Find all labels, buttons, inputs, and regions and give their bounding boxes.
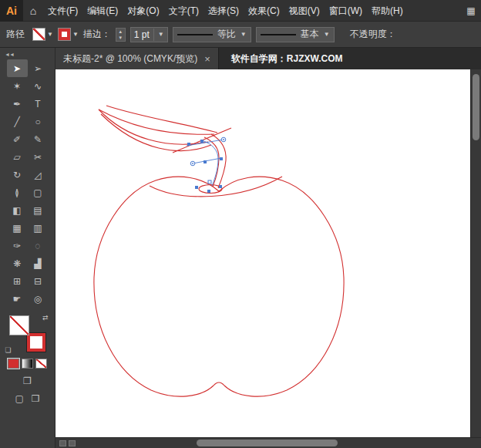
blend-tool[interactable]: ◌ (28, 237, 49, 254)
brush-preview-icon (261, 34, 296, 35)
chevron-down-icon: ▼ (324, 31, 330, 38)
stroke-red-swatch-icon (58, 28, 71, 41)
close-icon[interactable]: × (204, 53, 210, 65)
menu-window[interactable]: 窗口(W) (325, 0, 367, 22)
menu-select[interactable]: 选择(S) (204, 0, 244, 22)
main-menu: 文件(F)编辑(E)对象(O)文字(T)选择(S)效果(C)视图(V)窗口(W)… (43, 0, 408, 22)
rotate-tool[interactable]: ↻ (7, 166, 28, 184)
panel-icon[interactable]: ❒ (32, 393, 40, 404)
illustrator-window: Ai ⌂ 文件(F)编辑(E)对象(O)文字(T)选择(S)效果(C)视图(V)… (0, 0, 481, 448)
document-tab[interactable]: 未标题-2* @ 100% (CMYK/预览) × (56, 48, 219, 69)
artboard-tool[interactable]: ⊞ (7, 272, 28, 290)
stroke-width-stepper[interactable]: ▲ ▼ (116, 28, 126, 42)
perspective-grid-tool[interactable]: ▤ (28, 201, 49, 219)
menu-help[interactable]: 帮助(H) (367, 0, 408, 22)
anchor-point[interactable] (207, 190, 210, 193)
leaf-curve-2[interactable] (99, 109, 214, 134)
stepper-up-icon[interactable]: ▲ (116, 29, 125, 35)
menu-object[interactable]: 对象(O) (123, 0, 163, 22)
slice-tool[interactable]: ⊟ (28, 272, 49, 290)
eraser-tool[interactable]: ▱ (7, 148, 28, 166)
paintbrush-tool[interactable]: ✐ (7, 130, 28, 148)
shape-builder-tool[interactable]: ◧ (7, 201, 28, 219)
ellipse-tool[interactable]: ○ (28, 113, 49, 130)
screen-mode-row: ▢ ❒ (15, 393, 39, 404)
column-graph-tool[interactable]: ▟ (28, 254, 49, 272)
workspace-switcher-icon[interactable]: ▦ (461, 5, 481, 16)
context-label: 路径 (6, 28, 25, 41)
gradient-tool[interactable]: ▥ (28, 219, 49, 237)
bezier-handle-line-2[interactable] (193, 158, 221, 163)
fill-color-picker[interactable]: ▼ (32, 28, 53, 41)
fill-color-swatch[interactable] (9, 315, 29, 335)
scale-tool[interactable]: ◿ (28, 166, 49, 184)
vertical-scrollbar-thumb[interactable] (473, 74, 479, 140)
default-fill-stroke-icon[interactable]: ❏ (5, 346, 12, 354)
horizontal-scrollbar-thumb[interactable] (197, 440, 338, 446)
none-button[interactable] (35, 359, 47, 369)
stroke-profile-preview-icon (177, 34, 213, 35)
gradient-button[interactable] (22, 359, 33, 369)
scrollbar-corner (470, 438, 481, 448)
pencil-tool[interactable]: ✎ (28, 130, 49, 148)
mesh-tool[interactable]: ▦ (7, 219, 28, 237)
magic-wand-tool[interactable]: ✶ (7, 77, 28, 95)
eyedropper-tool[interactable]: ✑ (7, 237, 28, 254)
horizontal-scrollbar[interactable] (79, 438, 470, 448)
anchor-point[interactable] (220, 157, 223, 160)
app-logo: Ai (0, 0, 23, 22)
anchor-point[interactable] (195, 186, 198, 189)
menu-type[interactable]: 文字(T) (164, 0, 204, 22)
apple-top-curve[interactable] (150, 177, 282, 197)
anchor-point-hollow[interactable] (208, 180, 211, 184)
free-transform-tool[interactable]: ▢ (28, 184, 49, 201)
menu-edit[interactable]: 编辑(E) (82, 0, 123, 22)
home-icon[interactable]: ⌂ (23, 5, 43, 17)
artwork-svg (56, 69, 470, 437)
artboard-nav-icon[interactable] (59, 440, 66, 446)
symbol-sprayer-tool[interactable]: ❋ (7, 254, 28, 272)
anchor-point[interactable] (204, 160, 207, 163)
width-profile-select[interactable]: 等比 ▼ (173, 27, 251, 42)
menu-file[interactable]: 文件(F) (43, 0, 82, 22)
canvas-row (56, 69, 481, 437)
document-column: 未标题-2* @ 100% (CMYK/预览) × 软件自学网：RJZXW.CO… (56, 48, 481, 448)
selection-tool[interactable]: ➤ (7, 59, 28, 77)
type-tool[interactable]: T (28, 95, 49, 113)
width-tool[interactable]: ≬ (7, 184, 28, 201)
bezier-handle-dot (223, 139, 224, 140)
scissors-tool[interactable]: ✂ (28, 148, 49, 166)
stroke-color-picker[interactable]: ▼ (58, 28, 79, 41)
stroke-width-value: 1 pt (134, 29, 150, 40)
panel-collapse-icon[interactable]: ◄◄ (0, 48, 14, 59)
bezier-handle-line-1[interactable] (187, 140, 224, 146)
direct-selection-tool[interactable]: ➢ (28, 59, 49, 77)
artboard-nav-icon[interactable] (69, 440, 76, 446)
pen-tool[interactable]: ✒ (7, 95, 28, 113)
swap-fill-stroke-icon[interactable]: ⇄ (42, 314, 49, 322)
draw-mode-icon[interactable]: ❐ (23, 376, 32, 386)
anchor-point[interactable] (200, 140, 204, 143)
bezier-handle-dot (192, 163, 193, 164)
menu-effect[interactable]: 效果(C) (244, 0, 284, 22)
line-segment-tool[interactable]: ╱ (7, 113, 28, 130)
stroke-label: 描边： (83, 28, 111, 41)
canvas[interactable] (56, 69, 470, 437)
leaf-curve-3[interactable] (101, 114, 211, 150)
apple-body-path[interactable] (94, 177, 344, 396)
stroke-width-select[interactable]: 1 pt ▼ (130, 27, 168, 42)
anchor-point[interactable] (219, 185, 222, 188)
screen-mode-icon[interactable]: ▢ (15, 393, 23, 404)
brush-definition-select[interactable]: 基本 ▼ (256, 27, 335, 42)
lasso-tool[interactable]: ∿ (28, 77, 49, 95)
width-profile-value: 等比 (217, 28, 236, 41)
vertical-scrollbar[interactable] (470, 69, 481, 437)
menu-bar: Ai ⌂ 文件(F)编辑(E)对象(O)文字(T)选择(S)效果(C)视图(V)… (0, 0, 481, 22)
zoom-tool[interactable]: ◎ (28, 290, 49, 308)
color-button[interactable] (8, 359, 19, 369)
hand-tool[interactable]: ☛ (7, 290, 28, 308)
field-divider (153, 29, 154, 41)
stepper-down-icon[interactable]: ▼ (116, 35, 125, 41)
anchor-point[interactable] (187, 143, 190, 146)
menu-view[interactable]: 视图(V) (284, 0, 325, 22)
